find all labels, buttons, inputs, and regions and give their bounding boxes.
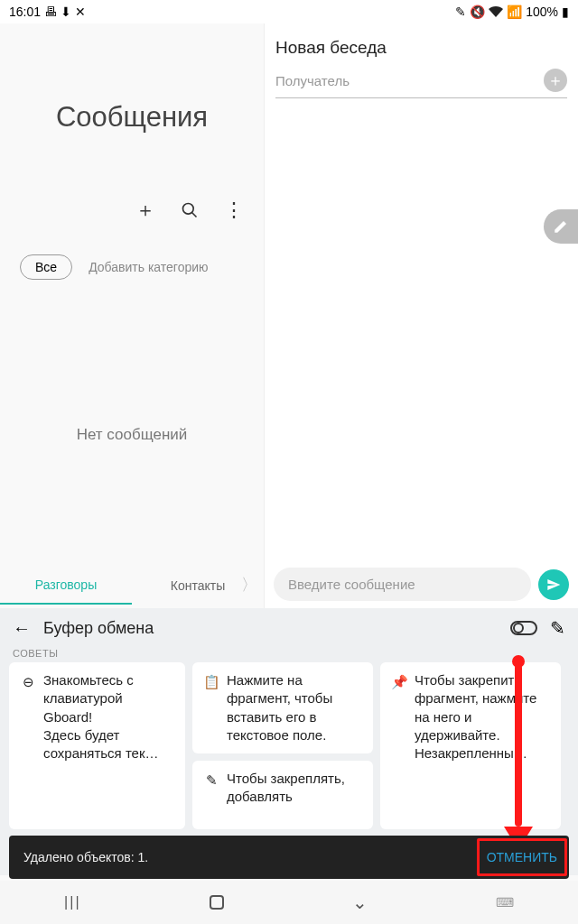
printer-icon: 🖶 [44,5,57,19]
recipient-placeholder: Получатель [275,73,544,88]
tip-card[interactable]: 📌 Чтобы закрепить фрагмент, нажмите на н… [380,662,561,829]
back-icon[interactable]: ← [13,618,31,639]
edit-icon[interactable]: ✎ [550,617,565,639]
clock: 16:01 [9,5,41,19]
toggle-switch[interactable] [510,621,537,635]
clipboard-title: Буфер обмена [43,619,498,638]
pin-icon: 📌 [391,671,407,820]
clipboard-icon: 📋 [203,671,219,744]
add-icon[interactable]: ＋ [135,197,155,224]
chevron-right-icon[interactable]: 〉 [241,574,257,596]
empty-state: Нет сообщений [0,426,264,444]
conversation-title: Новая беседа [265,23,578,69]
search-icon[interactable] [181,201,199,219]
page-title: Сообщения [0,101,264,134]
tip-card[interactable]: ✎ Чтобы закреплять, добавлять [192,761,373,829]
home-icon[interactable] [210,895,224,910]
snackbar-text: Удалено объектов: 1. [23,850,148,864]
recents-icon[interactable]: ||| [64,894,80,910]
chip-add-category[interactable]: Добавить категорию [89,260,208,274]
pencil-icon: ✎ [203,770,219,820]
download-icon: ⬇ [61,5,71,19]
recipient-field[interactable]: Получатель ＋ [275,69,567,98]
system-navbar: ||| ⌄ ⌨ [0,881,578,924]
compose-fab[interactable] [544,209,578,244]
tip-text: Чтобы закрепить фрагмент, нажмите на нег… [415,671,550,820]
more-icon[interactable]: ⋮ [224,199,244,222]
wifi-icon [489,6,503,17]
message-input[interactable]: Введите сообщение [274,568,531,601]
mute-icon: 🔇 [470,5,485,19]
tip-card[interactable]: ⊖ Знакомьтесь с клавиатурой Gboard! Здес… [9,662,185,829]
status-bar: 16:01 🖶 ⬇ ✕ ✎ 🔇 📶 100% ▮ [0,0,578,23]
back-nav-icon[interactable]: ⌄ [352,892,368,913]
pen-status-icon: ✎ [455,5,466,19]
chip-all[interactable]: Все [20,254,72,280]
conversation-pane: Новая беседа Получатель ＋ 〉 Введите сооб… [265,23,578,608]
snackbar: Удалено объектов: 1. ОТМЕНИТЬ [9,836,569,879]
send-button[interactable] [538,569,569,600]
cross-icon: ✕ [75,5,86,19]
tips-label: СОВЕТЫ [0,644,578,662]
keyboard-icon[interactable]: ⌨ [496,895,514,910]
battery-icon: ▮ [562,5,569,19]
link-icon: ⊖ [20,671,36,820]
messages-pane: Сообщения ＋ ⋮ Все Добавить категорию Нет… [0,23,265,608]
undo-button[interactable]: ОТМЕНИТЬ [477,838,567,876]
battery-text: 100% [526,5,558,19]
tip-text: Чтобы закреплять, добавлять [227,770,362,820]
signal-icon: 📶 [507,5,522,19]
tip-card[interactable]: 📋 Нажмите на фрагмент, чтобы вставить ег… [192,662,373,753]
svg-point-0 [183,204,194,215]
add-recipient-icon[interactable]: ＋ [544,69,567,92]
tip-text: Нажмите на фрагмент, чтобы вставить его … [227,671,362,744]
tab-conversations[interactable]: Разговоры [0,567,132,605]
tip-text: Знакомьтесь с клавиатурой Gboard! Здесь … [43,671,174,820]
svg-line-1 [192,213,197,217]
